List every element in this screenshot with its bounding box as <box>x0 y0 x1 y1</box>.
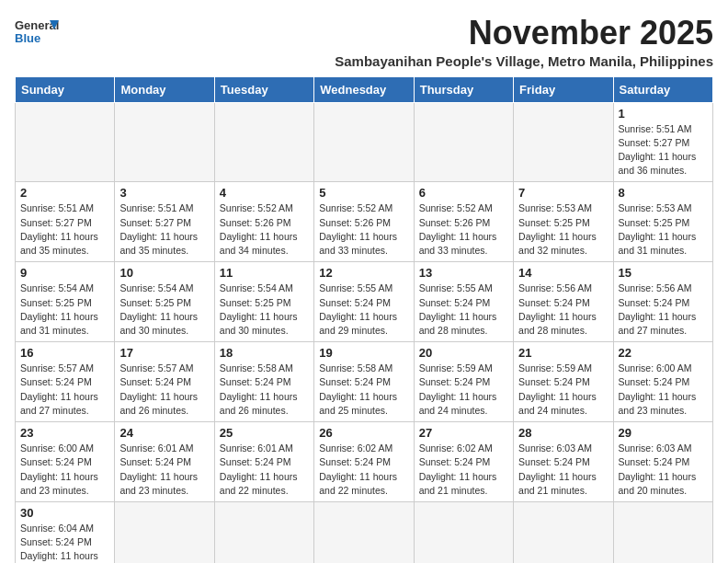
day-info: Sunrise: 6:02 AMSunset: 5:24 PMDaylight:… <box>319 442 408 498</box>
day-info: Sunrise: 5:56 AMSunset: 5:24 PMDaylight:… <box>619 282 708 338</box>
day-info: Sunrise: 5:53 AMSunset: 5:25 PMDaylight:… <box>619 201 708 258</box>
day-number: 8 <box>619 186 708 200</box>
calendar-cell <box>115 501 214 563</box>
day-info: Sunrise: 6:00 AMSunset: 5:24 PMDaylight:… <box>20 442 109 498</box>
calendar-cell <box>514 501 613 563</box>
day-info: Sunrise: 5:52 AMSunset: 5:26 PMDaylight:… <box>419 201 508 258</box>
day-number: 29 <box>619 426 708 440</box>
calendar-cell <box>214 102 313 182</box>
weekday-header-saturday: Saturday <box>613 76 712 102</box>
calendar-cell: 22Sunrise: 6:00 AMSunset: 5:24 PMDayligh… <box>613 342 712 422</box>
day-number: 22 <box>619 346 708 360</box>
day-number: 11 <box>220 266 309 280</box>
day-number: 1 <box>619 107 708 121</box>
weekday-header-sunday: Sunday <box>16 76 115 102</box>
day-info: Sunrise: 5:58 AMSunset: 5:24 PMDaylight:… <box>220 362 309 418</box>
day-number: 6 <box>419 186 508 200</box>
day-info: Sunrise: 6:02 AMSunset: 5:24 PMDaylight:… <box>419 442 508 498</box>
calendar-cell: 8Sunrise: 5:53 AMSunset: 5:25 PMDaylight… <box>613 182 712 262</box>
day-info: Sunrise: 5:55 AMSunset: 5:24 PMDaylight:… <box>319 282 408 338</box>
calendar-cell <box>16 102 115 182</box>
day-number: 20 <box>419 346 508 360</box>
calendar-cell: 3Sunrise: 5:51 AMSunset: 5:27 PMDaylight… <box>115 182 214 262</box>
day-number: 17 <box>119 346 209 360</box>
calendar-cell: 15Sunrise: 5:56 AMSunset: 5:24 PMDayligh… <box>613 262 712 342</box>
page-header: General Blue November 2025 Sambayanihan … <box>15 15 713 69</box>
day-info: Sunrise: 6:01 AMSunset: 5:24 PMDaylight:… <box>220 442 309 498</box>
day-number: 18 <box>220 346 309 360</box>
weekday-header-friday: Friday <box>514 76 613 102</box>
calendar-table: SundayMondayTuesdayWednesdayThursdayFrid… <box>15 76 713 563</box>
calendar-cell: 12Sunrise: 5:55 AMSunset: 5:24 PMDayligh… <box>314 262 414 342</box>
day-info: Sunrise: 5:59 AMSunset: 5:24 PMDaylight:… <box>419 362 508 418</box>
day-info: Sunrise: 6:00 AMSunset: 5:24 PMDaylight:… <box>619 362 708 418</box>
calendar-week-row: 9Sunrise: 5:54 AMSunset: 5:25 PMDaylight… <box>16 262 713 342</box>
day-number: 12 <box>319 266 408 280</box>
calendar-cell: 7Sunrise: 5:53 AMSunset: 5:25 PMDaylight… <box>514 182 613 262</box>
calendar-cell: 27Sunrise: 6:02 AMSunset: 5:24 PMDayligh… <box>414 422 513 502</box>
weekday-header-tuesday: Tuesday <box>214 76 313 102</box>
day-info: Sunrise: 6:01 AMSunset: 5:24 PMDaylight:… <box>119 442 209 498</box>
calendar-cell <box>613 501 712 563</box>
calendar-cell <box>214 501 313 563</box>
calendar-cell: 13Sunrise: 5:55 AMSunset: 5:24 PMDayligh… <box>414 262 513 342</box>
day-info: Sunrise: 5:54 AMSunset: 5:25 PMDaylight:… <box>220 282 309 338</box>
title-area: November 2025 Sambayanihan People's Vill… <box>335 15 713 69</box>
day-info: Sunrise: 5:55 AMSunset: 5:24 PMDaylight:… <box>419 282 508 338</box>
day-info: Sunrise: 5:59 AMSunset: 5:24 PMDaylight:… <box>518 362 608 418</box>
calendar-cell: 21Sunrise: 5:59 AMSunset: 5:24 PMDayligh… <box>514 342 613 422</box>
day-number: 9 <box>20 266 109 280</box>
calendar-cell: 1Sunrise: 5:51 AMSunset: 5:27 PMDaylight… <box>613 102 712 182</box>
calendar-week-row: 16Sunrise: 5:57 AMSunset: 5:24 PMDayligh… <box>16 342 713 422</box>
day-info: Sunrise: 5:57 AMSunset: 5:24 PMDaylight:… <box>119 362 209 418</box>
day-info: Sunrise: 6:04 AMSunset: 5:24 PMDaylight:… <box>20 522 109 563</box>
day-number: 26 <box>319 426 408 440</box>
calendar-cell: 26Sunrise: 6:02 AMSunset: 5:24 PMDayligh… <box>314 422 414 502</box>
calendar-cell <box>115 102 214 182</box>
day-number: 3 <box>119 186 209 200</box>
calendar-cell: 2Sunrise: 5:51 AMSunset: 5:27 PMDaylight… <box>16 182 115 262</box>
calendar-cell <box>514 102 613 182</box>
calendar-cell: 19Sunrise: 5:58 AMSunset: 5:24 PMDayligh… <box>314 342 414 422</box>
weekday-header-thursday: Thursday <box>414 76 513 102</box>
calendar-cell: 17Sunrise: 5:57 AMSunset: 5:24 PMDayligh… <box>115 342 214 422</box>
svg-text:Blue: Blue <box>15 31 40 45</box>
calendar-cell: 14Sunrise: 5:56 AMSunset: 5:24 PMDayligh… <box>514 262 613 342</box>
weekday-header-monday: Monday <box>115 76 214 102</box>
calendar-cell: 20Sunrise: 5:59 AMSunset: 5:24 PMDayligh… <box>414 342 513 422</box>
day-info: Sunrise: 5:54 AMSunset: 5:25 PMDaylight:… <box>119 282 209 338</box>
day-number: 2 <box>20 186 109 200</box>
calendar-cell: 9Sunrise: 5:54 AMSunset: 5:25 PMDaylight… <box>16 262 115 342</box>
day-number: 27 <box>419 426 508 440</box>
location: Sambayanihan People's Village, Metro Man… <box>335 53 713 69</box>
day-number: 28 <box>518 426 608 440</box>
calendar-cell: 10Sunrise: 5:54 AMSunset: 5:25 PMDayligh… <box>115 262 214 342</box>
calendar-cell: 11Sunrise: 5:54 AMSunset: 5:25 PMDayligh… <box>214 262 313 342</box>
day-number: 4 <box>220 186 309 200</box>
day-number: 5 <box>319 186 408 200</box>
calendar-cell: 29Sunrise: 6:03 AMSunset: 5:24 PMDayligh… <box>613 422 712 502</box>
day-info: Sunrise: 5:52 AMSunset: 5:26 PMDaylight:… <box>319 201 408 258</box>
day-info: Sunrise: 5:57 AMSunset: 5:24 PMDaylight:… <box>20 362 109 418</box>
day-number: 14 <box>518 266 608 280</box>
day-number: 25 <box>220 426 309 440</box>
calendar-cell <box>414 102 513 182</box>
logo: General Blue <box>15 15 59 48</box>
day-info: Sunrise: 6:03 AMSunset: 5:24 PMDaylight:… <box>518 442 608 498</box>
calendar-cell <box>314 102 414 182</box>
day-info: Sunrise: 5:51 AMSunset: 5:27 PMDaylight:… <box>20 201 109 258</box>
logo-icon: General Blue <box>15 15 59 48</box>
day-info: Sunrise: 5:53 AMSunset: 5:25 PMDaylight:… <box>518 201 608 258</box>
day-number: 15 <box>619 266 708 280</box>
calendar-cell: 30Sunrise: 6:04 AMSunset: 5:24 PMDayligh… <box>16 501 115 563</box>
weekday-header-row: SundayMondayTuesdayWednesdayThursdayFrid… <box>16 76 713 102</box>
calendar-cell: 23Sunrise: 6:00 AMSunset: 5:24 PMDayligh… <box>16 422 115 502</box>
day-number: 7 <box>518 186 608 200</box>
calendar-cell <box>314 501 414 563</box>
calendar-cell: 4Sunrise: 5:52 AMSunset: 5:26 PMDaylight… <box>214 182 313 262</box>
calendar-cell: 5Sunrise: 5:52 AMSunset: 5:26 PMDaylight… <box>314 182 414 262</box>
calendar-cell <box>414 501 513 563</box>
calendar-cell: 6Sunrise: 5:52 AMSunset: 5:26 PMDaylight… <box>414 182 513 262</box>
calendar-week-row: 2Sunrise: 5:51 AMSunset: 5:27 PMDaylight… <box>16 182 713 262</box>
day-info: Sunrise: 5:52 AMSunset: 5:26 PMDaylight:… <box>220 201 309 258</box>
